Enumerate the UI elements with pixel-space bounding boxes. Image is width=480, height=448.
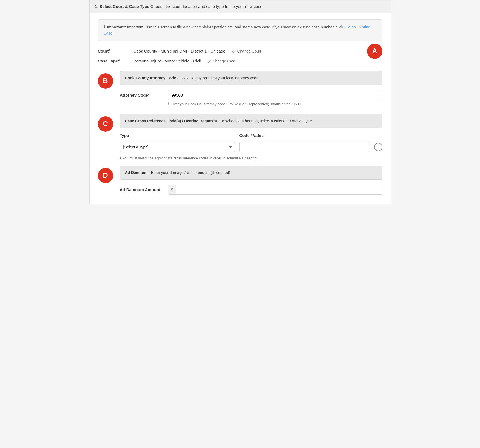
dollar-symbol: $	[168, 185, 176, 194]
ad-damnum-input[interactable]	[176, 185, 382, 194]
court-value: Cook County - Municipal Civil - District…	[134, 49, 226, 53]
code-value-input[interactable]	[239, 142, 370, 152]
add-row-button[interactable]: +	[374, 143, 382, 151]
attorney-banner-text: - Cook County requires your local attorn…	[176, 76, 259, 80]
step-description: Choose the court location and case type …	[150, 4, 264, 9]
section-b: B Cook County Attorney Code - Cook Count…	[98, 71, 382, 109]
cross-ref-note: ℹ You must select the appropriate cross …	[120, 156, 382, 160]
badge-c: C	[98, 116, 113, 132]
attorney-code-hint: ℹ Enter your Cook Co. attorney code. Pro…	[168, 102, 382, 106]
step-header: 1. Select Court & Case Type Choose the c…	[90, 0, 391, 13]
attorney-code-label: Attorney Code*	[120, 90, 164, 98]
section-d: D Ad Damnum - Enter your damage / claim …	[98, 166, 382, 197]
dollar-input-wrapper: $	[168, 185, 382, 195]
cross-ref-banner: Case Cross Reference Code(s) / Hearing R…	[120, 114, 382, 128]
case-type-required-star: *	[118, 59, 120, 63]
change-case-link[interactable]: Change Case	[207, 59, 236, 63]
attorney-code-input[interactable]	[168, 90, 382, 100]
case-type-label: Case Type*	[98, 59, 134, 64]
cross-ref-banner-text: - To schedule a hearing, select a calend…	[217, 119, 313, 123]
cross-ref-note-icon: ℹ	[120, 156, 121, 160]
court-label: Court*	[98, 49, 134, 54]
ad-damnum-label: Ad Damnum Amount	[120, 185, 164, 192]
code-col-header: Code / Value	[239, 133, 382, 138]
change-court-link[interactable]: Change Court	[232, 49, 261, 53]
edit-icon	[232, 49, 236, 53]
attorney-banner-title: Cook County Attorney Code	[125, 76, 176, 80]
ad-damnum-banner: Ad Damnum - Enter your damage / claim am…	[120, 166, 382, 180]
case-type-value: Personal Injury - Motor Vehicle - Civil	[134, 59, 201, 63]
info-text-after: .	[112, 31, 113, 35]
badge-d: D	[98, 168, 113, 183]
info-text-before: Important: Use this screen to file a new…	[127, 25, 344, 29]
type-select[interactable]: [Select a Type] Calendar Type Motion Typ…	[120, 142, 235, 152]
step-label: 1. Select Court & Case Type	[95, 4, 149, 9]
info-box: ℹ Important: Important: Use this screen …	[98, 19, 382, 41]
type-col-header: Type	[120, 133, 235, 138]
ad-damnum-banner-text: - Enter your damage / claim amount (if r…	[147, 170, 231, 175]
hint-icon-b: ℹ	[168, 102, 169, 106]
badge-b: B	[98, 73, 113, 89]
edit-case-icon	[207, 59, 211, 63]
info-icon: ℹ	[104, 25, 105, 29]
badge-a: A	[367, 44, 382, 59]
important-label: Important:	[107, 25, 126, 29]
court-required-star: *	[109, 49, 110, 53]
section-c: C Case Cross Reference Code(s) / Hearing…	[98, 114, 382, 160]
attorney-code-banner: Cook County Attorney Code - Cook County …	[120, 71, 382, 85]
ad-damnum-banner-title: Ad Damnum	[125, 170, 147, 175]
cross-ref-banner-title: Case Cross Reference Code(s) / Hearing R…	[125, 119, 217, 123]
